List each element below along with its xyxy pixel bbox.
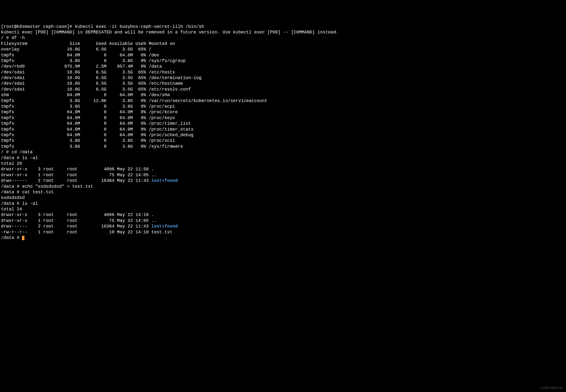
terminal-line: drwxr-xr-x 3 root root 4096 May 22 14:10… — [1, 212, 565, 218]
terminal-line: tmpfs 64.0M 0 64.0M 0% /proc/keys — [1, 115, 565, 121]
highlighted-text: lost+found — [151, 178, 178, 183]
terminal-line: /dev/rbd0 975.9M 2.5M 957.4M 0% /data — [1, 64, 565, 69]
terminal-line: -rw-r--r-- 1 root root 10 May 22 14:10 t… — [1, 229, 565, 235]
terminal-text: tmpfs 64.0M 0 64.0M 0% /proc/timer_list — [1, 121, 191, 126]
terminal-line: Filesystem Size Used Available Use% Moun… — [1, 41, 565, 47]
terminal-text: tmpfs 3.8G 0 3.8G 0% /proc/acpi — [1, 104, 175, 109]
terminal-text: tmpfs 3.8G 0 3.8G 0% /sys/fs/cgroup — [1, 58, 185, 63]
terminal-text: /data # cat test.txt — [1, 190, 54, 195]
terminal-line: drwxr-xr-x 1 root root 75 May 22 14:05 .… — [1, 218, 565, 224]
terminal-text: /data # — [1, 235, 22, 240]
terminal-text: ssdsdsdsd — [1, 195, 25, 200]
terminal-line: tmpfs 64.0M 0 64.0M 0% /proc/sched_debug — [1, 132, 565, 138]
terminal-text: tmpfs 64.0M 0 64.0M 0% /proc/kcore — [1, 110, 178, 114]
terminal-text: [root@k8smaster ceph-case]# kubectl exec… — [1, 24, 204, 29]
terminal-text: tmpfs 3.8G 12.0K 3.8G 0% /var/run/secret… — [1, 98, 267, 103]
terminal-line: tmpfs 3.8G 0 3.8G 0% /proc/scsi — [1, 138, 565, 143]
terminal-text: Filesystem Size Used Available Use% Moun… — [1, 41, 175, 46]
terminal-text: tmpfs 3.8G 0 3.8G 0% /proc/scsi — [1, 138, 175, 143]
terminal-text: tmpfs 64.0M 0 64.0M 0% /proc/sched_debug — [1, 133, 194, 137]
terminal-line: total 24 — [1, 207, 565, 212]
terminal-line: /dev/sda1 10.0G 6.5G 3.5G 65% /dev/termi… — [1, 75, 565, 81]
terminal-text: /dev/rbd0 975.9M 2.5M 957.4M 0% /data — [1, 64, 162, 69]
terminal-text: drwxr-xr-x 1 root root 75 May 22 14:05 .… — [1, 218, 156, 223]
terminal-line: ssdsdsdsd — [1, 195, 565, 201]
terminal-text: drwxr-xr-x 3 root root 4096 May 22 11:50… — [1, 167, 154, 172]
cursor — [22, 236, 24, 240]
terminal-line: kubectl exec [POD] [COMMAND] is DEPRECAT… — [1, 29, 565, 35]
terminal-line: shm 64.0M 0 64.0M 0% /dev/shm — [1, 92, 565, 98]
terminal-text: drwxr-xr-x 1 root root 75 May 22 14:05 .… — [1, 173, 156, 177]
terminal-line: / # df -h — [1, 35, 565, 41]
terminal-line: tmpfs 64.0M 0 64.0M 0% /proc/kcore — [1, 109, 565, 115]
terminal-line: /dev/sda1 10.0G 6.5G 3.5G 65% /etc/hostn… — [1, 81, 565, 86]
terminal-line: / # cd /data — [1, 149, 565, 155]
terminal-text: /dev/sda1 10.0G 6.5G 3.5G 65% /etc/resol… — [1, 87, 191, 92]
terminal-text: total 24 — [1, 207, 22, 212]
terminal-line: /data # echo "ssdsdsdsd" > test.txt — [1, 184, 565, 189]
terminal-line: tmpfs 3.8G 0 3.8G 0% /sys/firmware — [1, 144, 565, 149]
terminal-text: /data # echo "ssdsdsdsd" > test.txt — [1, 184, 93, 189]
terminal-line: drwxr-xr-x 1 root root 75 May 22 14:05 .… — [1, 172, 565, 178]
terminal-line: /data # ls -al — [1, 155, 565, 161]
terminal-line: tmpfs 3.8G 0 3.8G 0% /proc/acpi — [1, 104, 565, 109]
terminal-text: shm 64.0M 0 64.0M 0% /dev/shm — [1, 93, 170, 98]
terminal-line: [root@k8smaster ceph-case]# kubectl exec… — [1, 24, 565, 29]
terminal-line: drwx------ 2 root root 16384 May 22 11:4… — [1, 178, 565, 183]
terminal-text: / # df -h — [1, 35, 25, 40]
terminal-line: /data # — [1, 235, 565, 241]
terminal-text: -rw-r--r-- 1 root root 10 May 22 14:10 t… — [1, 230, 172, 235]
terminal-text: /data # ls -al — [1, 201, 38, 206]
terminal-text: /dev/sda1 10.0G 6.5G 3.5G 65% /etc/hosts — [1, 70, 175, 75]
terminal-text: drwxr-xr-x 3 root root 4096 May 22 14:10… — [1, 212, 154, 217]
terminal-line: /dev/sda1 10.0G 6.5G 3.5G 65% /etc/hosts — [1, 70, 565, 75]
terminal-text: /dev/sda1 10.0G 6.5G 3.5G 65% /dev/termi… — [1, 75, 201, 80]
terminal-text: kubectl exec [POD] [COMMAND] is DEPRECAT… — [1, 30, 339, 35]
watermark-text: CSDN @Mr.Lilh — [541, 386, 563, 390]
terminal-text: total 20 — [1, 161, 22, 166]
terminal-text: tmpfs 64.0M 0 64.0M 0% /dev — [1, 53, 159, 58]
terminal-line: drwxr-xr-x 3 root root 4096 May 22 11:50… — [1, 167, 565, 172]
terminal-text: drwx------ 2 root root 16384 May 22 11:4… — [1, 178, 151, 183]
terminal-text: / # cd /data — [1, 150, 33, 154]
terminal-line: tmpfs 64.0M 0 64.0M 0% /proc/timer_list — [1, 121, 565, 126]
terminal-text: tmpfs 64.0M 0 64.0M 0% /proc/keys — [1, 115, 175, 120]
terminal-text: /data # ls -al — [1, 155, 38, 160]
terminal-line: /data # cat test.txt — [1, 189, 565, 195]
terminal-line: tmpfs 3.8G 0 3.8G 0% /sys/fs/cgroup — [1, 58, 565, 64]
terminal-line: total 20 — [1, 161, 565, 167]
terminal-line: tmpfs 3.8G 12.0K 3.8G 0% /var/run/secret… — [1, 98, 565, 104]
terminal-line: tmpfs 64.0M 0 64.0M 0% /dev — [1, 53, 565, 58]
terminal-text: drwx------ 2 root root 16384 May 22 11:4… — [1, 224, 151, 229]
terminal-line: tmpfs 64.0M 0 64.0M 0% /proc/timer_stats — [1, 127, 565, 132]
terminal-text: overlay 10.0G 6.5G 3.5G 65% / — [1, 47, 151, 52]
terminal-line: /dev/sda1 10.0G 6.5G 3.5G 65% /etc/resol… — [1, 87, 565, 92]
terminal-text: tmpfs 64.0M 0 64.0M 0% /proc/timer_stats — [1, 127, 194, 132]
highlighted-text: lost+found — [151, 224, 178, 229]
terminal-line: /data # ls -al — [1, 201, 565, 207]
terminal-line: overlay 10.0G 6.5G 3.5G 65% / — [1, 47, 565, 52]
terminal-text: tmpfs 3.8G 0 3.8G 0% /sys/firmware — [1, 144, 183, 149]
terminal-line: drwx------ 2 root root 16384 May 22 11:4… — [1, 224, 565, 229]
terminal-text: /dev/sda1 10.0G 6.5G 3.5G 65% /etc/hostn… — [1, 81, 183, 86]
terminal-output[interactable]: [root@k8smaster ceph-case]# kubectl exec… — [1, 24, 565, 241]
